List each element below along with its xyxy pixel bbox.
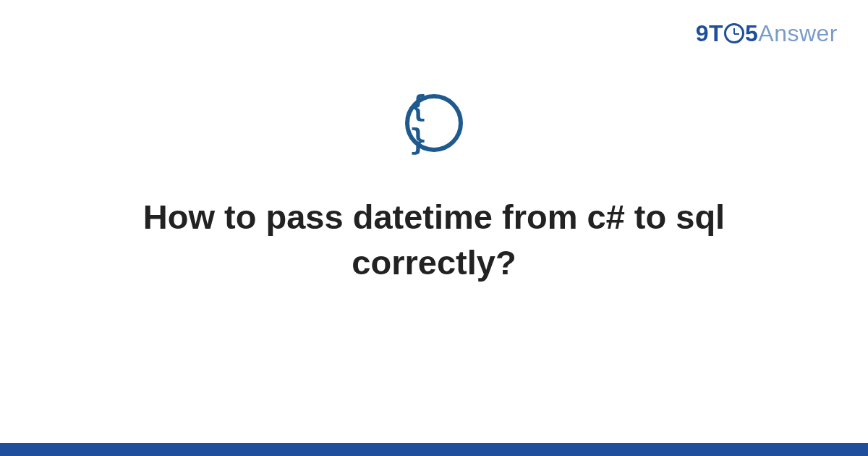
footer-accent-bar — [0, 443, 868, 456]
logo-prefix: 9T — [696, 20, 723, 46]
question-title: How to pass datetime from c# to sql corr… — [72, 194, 796, 286]
icon-glyph: { } — [409, 90, 459, 156]
code-braces-icon: { } — [405, 94, 463, 152]
clock-icon — [724, 23, 744, 43]
site-logo: 9T5Answer — [696, 20, 838, 47]
logo-suffix-word: Answer — [758, 20, 838, 46]
logo-suffix-digit: 5 — [745, 20, 758, 46]
main-content: { } How to pass datetime from c# to sql … — [0, 94, 868, 286]
